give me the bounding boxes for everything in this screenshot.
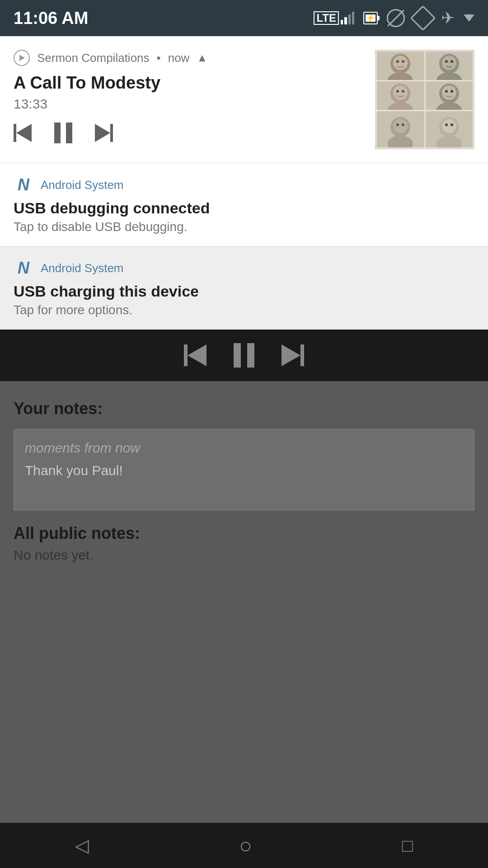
signal-bar-4 [352, 12, 354, 24]
signal-bar-2 [344, 17, 347, 24]
svg-point-24 [402, 123, 404, 126]
svg-point-9 [450, 60, 453, 63]
usb-charging-subtitle: Tap for more options. [14, 303, 474, 317]
music-content: Sermon Compilations • now ▲ A Call To Mo… [14, 50, 375, 143]
music-app-name: Sermon Compilations [37, 51, 150, 65]
bg-skip-prev-button[interactable] [184, 344, 206, 366]
usb-debugging-notification[interactable]: N Android System USB debugging connected… [0, 163, 488, 246]
pause-button[interactable] [54, 123, 72, 143]
svg-point-8 [445, 60, 448, 63]
no-notes-text: No notes yet. [14, 547, 474, 563]
do-not-disturb-icon [387, 9, 405, 27]
face-5-svg [382, 111, 418, 147]
music-track-title: A Call To Modesty [14, 73, 366, 93]
svg-point-6 [436, 72, 462, 80]
recent-apps-icon: □ [402, 835, 413, 856]
svg-point-2 [393, 56, 408, 70]
status-icons: LTE ⚡ ✈ [314, 9, 474, 28]
music-controls [14, 123, 366, 143]
notes-textarea[interactable]: moments from now Thank you Paul! [14, 429, 474, 510]
signal-bars [341, 12, 354, 24]
notes-content-text: Thank you Paul! [25, 463, 463, 478]
music-separator: • [157, 51, 161, 65]
svg-point-17 [442, 85, 456, 100]
android-system-icon-1: N [14, 175, 33, 195]
skip-next-button[interactable] [95, 124, 113, 142]
bg-pause-button[interactable] [234, 343, 254, 368]
notes-placeholder: moments from now [25, 440, 463, 456]
music-expand-icon[interactable]: ▲ [197, 52, 207, 64]
home-button[interactable]: ○ [239, 833, 252, 858]
skip-next-shape [95, 124, 113, 142]
music-timestamp: 13:33 [14, 96, 366, 112]
android-system-name-2: Android System [41, 261, 124, 275]
android-n-logo-2: N [18, 259, 29, 278]
face-3-svg [382, 81, 418, 110]
android-n-logo-1: N [18, 175, 29, 194]
music-notification[interactable]: Sermon Compilations • now ▲ A Call To Mo… [0, 36, 488, 163]
usb-charging-title: USB charging this device [14, 283, 474, 300]
bg-pause-icon [234, 343, 254, 368]
svg-point-3 [396, 60, 399, 63]
svg-point-26 [436, 136, 462, 147]
skip-previous-button[interactable] [14, 124, 32, 142]
svg-point-11 [388, 102, 413, 110]
battery-bolt-icon: ⚡ [366, 13, 375, 23]
android-system-name-1: Android System [41, 178, 124, 192]
usb-charging-header: N Android System [14, 258, 474, 278]
bg-skip-prev-shape [184, 344, 206, 366]
skip-prev-triangle [16, 124, 32, 142]
lte-label: LTE [314, 11, 339, 25]
expand-status-icon[interactable] [464, 14, 474, 22]
bg-pause-bar-1 [234, 343, 241, 368]
background-app: Your notes: moments from now Thank you P… [0, 330, 488, 581]
bg-pause-bar-2 [247, 343, 254, 368]
status-bar: 11:06 AM LTE ⚡ ✈ [0, 0, 488, 36]
back-button[interactable]: ◁ [75, 835, 89, 856]
music-notification-header: Sermon Compilations • now ▲ [14, 50, 366, 66]
bg-skip-next-shape [282, 344, 304, 366]
background-music-controls [0, 330, 488, 381]
bg-skip-prev-triangle [188, 344, 206, 366]
usb-debug-title: USB debugging connected [14, 199, 474, 217]
notes-section: Your notes: moments from now Thank you P… [0, 381, 488, 581]
home-icon: ○ [239, 833, 252, 858]
bg-skip-next-button[interactable] [282, 344, 304, 366]
your-notes-label: Your notes: [14, 399, 474, 418]
svg-point-14 [402, 90, 404, 93]
signal-bar-3 [348, 14, 351, 24]
recent-apps-button[interactable]: □ [402, 835, 413, 856]
face-3 [377, 81, 424, 110]
face-4-svg [431, 81, 467, 110]
svg-point-7 [442, 56, 456, 70]
navigation-bar: ◁ ○ □ [0, 823, 488, 868]
svg-point-19 [450, 90, 453, 93]
android-system-icon-2: N [14, 258, 33, 278]
face-4 [426, 81, 473, 110]
play-triangle-icon [19, 55, 25, 61]
skip-prev-shape [14, 124, 32, 142]
pause-bar-1 [54, 123, 61, 143]
music-time-ago: now [168, 51, 190, 65]
svg-point-13 [396, 90, 399, 93]
svg-point-28 [445, 123, 448, 126]
svg-point-29 [450, 123, 453, 126]
status-time: 11:06 AM [14, 9, 314, 28]
signal-bar-1 [341, 20, 343, 24]
music-play-small-icon [14, 50, 30, 66]
battery-fill: ⚡ [366, 14, 375, 22]
face-5 [377, 111, 424, 147]
rotate-icon [410, 5, 436, 31]
face-1-svg [382, 52, 418, 80]
lte-signal-icon: LTE [314, 11, 354, 25]
svg-point-18 [445, 90, 448, 93]
battery-icon: ⚡ [363, 12, 378, 24]
svg-point-1 [388, 72, 413, 80]
svg-point-27 [442, 119, 456, 133]
svg-point-23 [396, 123, 399, 126]
svg-point-22 [393, 119, 408, 133]
skip-next-bar [110, 124, 113, 142]
svg-point-4 [402, 60, 404, 63]
usb-charging-notification[interactable]: N Android System USB charging this devic… [0, 246, 488, 330]
usb-debug-subtitle: Tap to disable USB debugging. [14, 220, 474, 234]
